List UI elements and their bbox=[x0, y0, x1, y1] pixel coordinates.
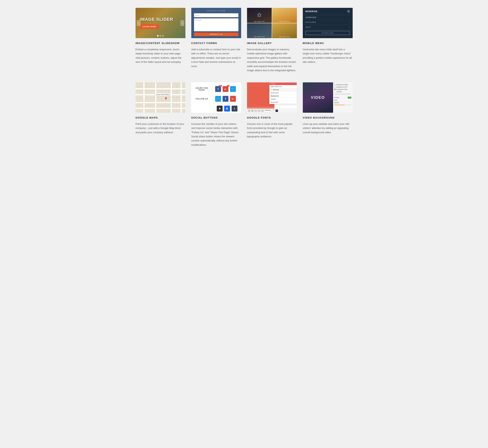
maps-road-v3 bbox=[171, 82, 172, 113]
fonts-toolbar-size-select[interactable]: 17 bbox=[272, 109, 275, 112]
maps-road-v4 bbox=[181, 82, 182, 113]
fonts-dropdown-header: Source-... bbox=[270, 83, 296, 85]
fonts-toolbar-btn-5[interactable]: ⊞ bbox=[261, 109, 264, 112]
radio-bg-image[interactable] bbox=[334, 84, 336, 85]
card-desc-social-buttons: Increase the number of your site visitor… bbox=[191, 122, 241, 147]
social-preview: SHARE THIS PAGE! f 192 g+ 47 🐦 bbox=[191, 82, 241, 113]
contact-submit-button[interactable]: CONTACT US bbox=[194, 32, 239, 36]
fonts-item-ubuntu[interactable]: Ubuntu bbox=[270, 98, 296, 101]
maps-mock: Empire State Building × 📍 bbox=[136, 82, 185, 113]
twitter-follow-button[interactable]: 🐦 bbox=[215, 96, 221, 102]
radio-bg-color[interactable] bbox=[334, 86, 336, 88]
card-contact-forms: CONTACT FORM Name* Message CONTACT US CO… bbox=[191, 8, 241, 72]
card-image-gallery: Type caption here Type caption here Type… bbox=[247, 8, 297, 72]
chevron-down-icon: ▾ bbox=[349, 22, 350, 23]
twitter-share-button[interactable]: 🐦 bbox=[230, 86, 236, 92]
fonts-toolbar-btn-2[interactable]: ▤ bbox=[251, 109, 254, 112]
fonts-dropdown: Source-... Open Sans Con... ✓ Raleway Dr… bbox=[269, 82, 297, 104]
fonts-toolbar-btn-4[interactable]: ⊡ bbox=[258, 109, 261, 112]
radio-bg-video[interactable] bbox=[334, 89, 336, 90]
slider-prev-button[interactable]: ‹ bbox=[137, 20, 141, 26]
card-desc-contact-forms: Add a subscribe or contact form to your … bbox=[191, 47, 241, 68]
hamburger-icon[interactable]: ☰ bbox=[347, 10, 350, 13]
video-overlay-toggle[interactable] bbox=[348, 97, 352, 99]
contact-form-preview: CONTACT FORM Name* Message CONTACT US bbox=[191, 8, 241, 38]
gallery-mock: Type caption here Type caption here Type… bbox=[247, 8, 297, 38]
fonts-item-droidsans[interactable]: Droid Sans bbox=[270, 91, 296, 95]
mobile-nav-download-button[interactable]: DOWNLOAD bbox=[305, 31, 350, 35]
fonts-toolbar: ⊞ ▤ ≡ ⊡ ⊞ Raleway 17 bbox=[247, 109, 297, 113]
slider-learn-more-button[interactable]: LEARN MORE bbox=[140, 24, 159, 29]
check-icon: ✓ bbox=[271, 89, 272, 91]
video-opt-bg-image: Background Image bbox=[334, 84, 352, 85]
fonts-item-montserrat[interactable]: Montserrat bbox=[270, 95, 296, 98]
googleplus-share-button[interactable]: g+ 47 bbox=[223, 86, 228, 92]
maps-pin-icon[interactable]: 📍 bbox=[164, 97, 168, 101]
mobile-nav-item-features[interactable]: FEATURES ▾ bbox=[303, 20, 353, 25]
social-divider-2 bbox=[213, 95, 213, 103]
contact-mock: CONTACT FORM Name* Message CONTACT US bbox=[191, 8, 241, 38]
fonts-toolbar-btn-3[interactable]: ≡ bbox=[255, 109, 257, 112]
contact-name-field[interactable]: Name* bbox=[194, 13, 239, 17]
video-opacity-fill bbox=[334, 105, 345, 105]
fonts-item-opensans[interactable]: Open Sans Con... bbox=[270, 85, 296, 88]
gallery-cell-3[interactable]: Type caption here bbox=[247, 23, 272, 38]
page-wrapper: IMAGE SLIDER LEARN MORE ‹ › IMAGE/CONTEN… bbox=[132, 0, 357, 165]
mobile-nav-item-overview[interactable]: OVERVIEW bbox=[303, 15, 353, 20]
mobile-nav-item-help[interactable]: HELP ▾ bbox=[303, 25, 353, 30]
maps-road-h3 bbox=[136, 102, 185, 103]
social-mock: SHARE THIS PAGE! f 192 g+ 47 🐦 bbox=[191, 82, 241, 113]
tumblr-follow-button[interactable]: t bbox=[232, 106, 237, 112]
googleplus-count: 47 bbox=[227, 85, 229, 87]
feature-grid-row1: IMAGE SLIDER LEARN MORE ‹ › IMAGE/CONTEN… bbox=[136, 8, 353, 72]
slider-dot-3[interactable] bbox=[162, 35, 164, 37]
video-opt-youtube: YouTube bbox=[334, 91, 352, 92]
facebook-share-button[interactable]: f 192 bbox=[215, 86, 221, 92]
fonts-toolbar-color-btn[interactable] bbox=[275, 109, 278, 112]
behance-follow-button[interactable]: B bbox=[224, 106, 230, 112]
card-title-social-buttons: SOCIAL BUTTONS bbox=[191, 116, 241, 119]
slider-next-button[interactable]: › bbox=[180, 20, 184, 26]
maps-road-v2 bbox=[155, 82, 156, 113]
fonts-item-droidserif[interactable]: Droid Serif bbox=[270, 101, 296, 104]
maps-road-h1 bbox=[136, 88, 185, 89]
facebook-follow-icon: f bbox=[225, 97, 226, 100]
video-label: VIDEO bbox=[311, 95, 325, 100]
video-opt-overlay: Overlay bbox=[334, 97, 352, 99]
contact-message-field[interactable]: Message bbox=[194, 18, 239, 31]
fonts-item-raleway[interactable]: ✓ Raleway bbox=[270, 88, 296, 91]
card-desc-google-maps: Point your customers in the location of … bbox=[136, 122, 185, 134]
gallery-cell-2[interactable]: Type caption here bbox=[272, 8, 297, 23]
chevron-down-icon-2: ▾ bbox=[349, 26, 350, 28]
fonts-mock: Source-... Open Sans Con... ✓ Raleway Dr… bbox=[247, 82, 297, 113]
share-row: SHARE THIS PAGE! f 192 g+ 47 🐦 bbox=[194, 85, 239, 93]
mobile-menu-preview: MOBIRISE ☰ OVERVIEW FEATURES ▾ HELP ▾ DO… bbox=[303, 8, 353, 38]
googleplus-icon: g+ bbox=[224, 88, 226, 90]
gallery-cell-4[interactable]: Type caption here bbox=[272, 23, 297, 38]
github-follow-button[interactable]: ⊛ bbox=[217, 106, 223, 112]
video-opt-opacity: Opacity bbox=[334, 102, 352, 103]
slider-dot-1[interactable] bbox=[157, 35, 159, 37]
maps-tooltip: Empire State Building × bbox=[155, 93, 173, 96]
fonts-toolbar-btn-1[interactable]: ⊞ bbox=[248, 109, 251, 112]
gallery-caption-4: Type caption here bbox=[279, 36, 290, 37]
card-desc-google-fonts: Choose one or more of the most popular f… bbox=[247, 122, 297, 139]
fonts-toolbar-font-select[interactable]: Raleway bbox=[264, 109, 271, 112]
card-title-mobile-menu: MOBILE MENU bbox=[303, 42, 353, 45]
googleplus-follow-button[interactable]: g+ bbox=[230, 96, 236, 102]
card-title-gallery: IMAGE GALLERY bbox=[247, 42, 297, 45]
twitter-follow-icon: 🐦 bbox=[216, 97, 220, 100]
behance-icon: B bbox=[226, 107, 228, 110]
follow-label: FOLLOW US bbox=[194, 98, 210, 100]
slider-dot-2[interactable] bbox=[160, 35, 161, 37]
gallery-preview: Type caption here Type caption here Type… bbox=[247, 8, 297, 38]
feature-grid-row2: Empire State Building × 📍 GOOGLE MAPS Po… bbox=[136, 82, 353, 147]
video-options-panel: Background Image Background Color Backgr… bbox=[333, 82, 353, 113]
video-opacity-slider[interactable] bbox=[334, 105, 352, 105]
video-mock: VIDEO Background Image Background Color bbox=[303, 82, 353, 113]
gallery-cell-1[interactable]: Type caption here bbox=[247, 8, 272, 23]
card-google-fonts: Source-... Open Sans Con... ✓ Raleway Dr… bbox=[247, 82, 297, 147]
facebook-follow-button[interactable]: f bbox=[223, 96, 228, 102]
video-url-input[interactable]: http://www.youtube.com/watd bbox=[334, 93, 352, 96]
maps-tooltip-close[interactable]: × bbox=[170, 94, 171, 96]
